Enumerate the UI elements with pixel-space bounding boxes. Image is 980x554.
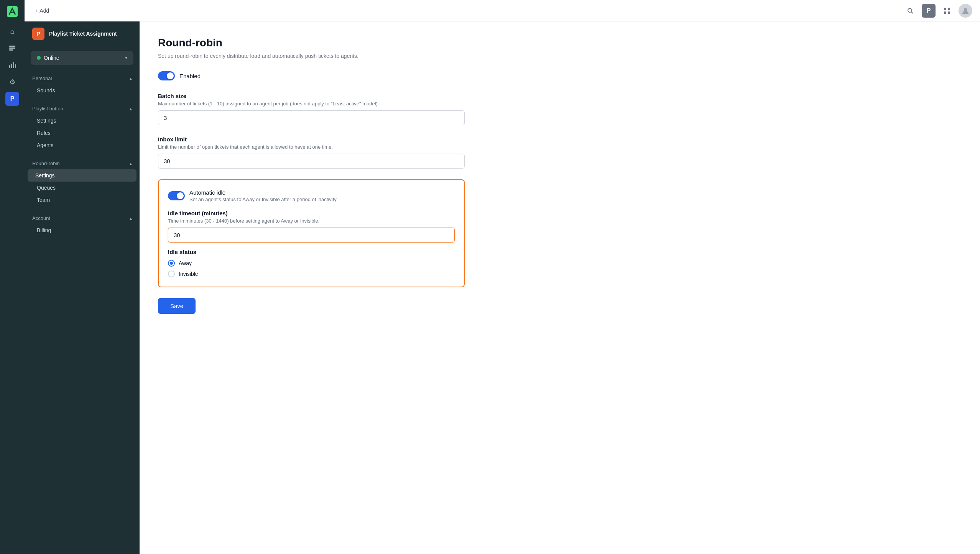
sidebar-item-agents[interactable]: Agents: [25, 139, 140, 151]
round-robin-section-header[interactable]: Round-robin ▴: [25, 157, 140, 169]
playlist-header-icon: P: [32, 28, 44, 40]
batch-size-section: Batch size Max number of tickets (1 - 10…: [158, 93, 962, 125]
sidebar-item-team[interactable]: Team: [25, 194, 140, 206]
playlist-rail-icon[interactable]: P: [5, 92, 19, 106]
account-section-title: Account: [32, 215, 50, 221]
status-chevron-icon: ▾: [125, 55, 127, 61]
idle-timeout-title: Idle timeout (minutes): [168, 210, 455, 216]
batch-size-title: Batch size: [158, 93, 962, 99]
idle-timeout-section: Idle timeout (minutes) Time in minutes (…: [168, 210, 455, 243]
batch-size-desc: Max number of tickets (1 - 10) assigned …: [158, 101, 962, 107]
search-button[interactable]: [903, 4, 917, 18]
status-label: Online: [44, 55, 59, 61]
playlist-button-section-title: Playlist button: [32, 106, 63, 111]
batch-size-input[interactable]: [158, 110, 465, 125]
account-section-header[interactable]: Account ▴: [25, 212, 140, 224]
page-subtitle: Set up round-robin to evenly distribute …: [158, 53, 962, 59]
sidebar-item-rr-settings[interactable]: Settings: [28, 169, 136, 182]
inbox-limit-input[interactable]: [158, 154, 465, 169]
automatic-idle-card: Automatic idle Set an agent's status to …: [158, 179, 465, 287]
sidebar-section-round-robin: Round-robin ▴ Settings Queues Team: [25, 154, 140, 209]
svg-rect-12: [944, 11, 946, 14]
status-selector[interactable]: Online ▾: [31, 51, 133, 65]
sidebar: P Playlist Ticket Assignment Online ▾ Pe…: [25, 21, 140, 554]
header-icons: P: [903, 4, 972, 18]
sidebar-section-playlist-button: Playlist button ▴ Settings Rules Agents: [25, 100, 140, 154]
auto-idle-toggle[interactable]: [168, 191, 185, 200]
icon-rail: ⌂ ⚙ P: [0, 0, 25, 554]
account-chevron-icon: ▴: [130, 216, 132, 221]
auto-idle-toggle-label: Automatic idle: [189, 189, 337, 196]
personal-chevron-icon: ▴: [130, 76, 132, 81]
user-avatar[interactable]: [959, 4, 972, 18]
sidebar-header-title: Playlist Ticket Assignment: [49, 31, 117, 37]
sidebar-header: P Playlist Ticket Assignment: [25, 21, 140, 46]
round-robin-chevron-icon: ▴: [130, 161, 132, 166]
radio-item-invisible[interactable]: Invisible: [168, 270, 455, 277]
idle-status-title: Idle status: [168, 249, 455, 255]
sidebar-item-sounds[interactable]: Sounds: [25, 84, 140, 97]
round-robin-section-title: Round-robin: [32, 161, 60, 166]
auto-idle-toggle-row: Automatic idle Set an agent's status to …: [168, 189, 455, 202]
svg-rect-10: [944, 8, 946, 10]
svg-rect-7: [15, 64, 16, 68]
svg-rect-3: [9, 49, 13, 51]
settings-icon[interactable]: ⚙: [5, 75, 19, 89]
save-area: Save: [158, 298, 962, 314]
playlist-button-section-header[interactable]: Playlist button ▴: [25, 103, 140, 115]
app-logo[interactable]: [5, 5, 19, 18]
radio-label-invisible: Invisible: [179, 271, 198, 277]
svg-rect-4: [9, 65, 10, 68]
inbox-limit-title: Inbox limit: [158, 136, 962, 143]
radio-label-away: Away: [179, 260, 192, 266]
idle-timeout-input[interactable]: [168, 228, 455, 243]
idle-timeout-desc: Time in minutes (30 - 1440) before setti…: [168, 218, 455, 224]
idle-status-section: Idle status Away Invisible: [168, 249, 455, 277]
sidebar-section-personal: Personal ▴ Sounds: [25, 69, 140, 100]
svg-rect-5: [11, 64, 12, 68]
main-content: Round-robin Set up round-robin to evenly…: [140, 21, 980, 554]
sidebar-item-rules[interactable]: Rules: [25, 127, 140, 139]
tickets-icon[interactable]: [5, 41, 19, 55]
enabled-toggle-label: Enabled: [179, 73, 201, 79]
personal-section-header[interactable]: Personal ▴: [25, 72, 140, 84]
grid-icon-button[interactable]: [940, 4, 954, 18]
add-button[interactable]: + Add: [32, 6, 52, 15]
sidebar-item-playlist-settings[interactable]: Settings: [25, 115, 140, 127]
auto-idle-desc: Set an agent's status to Away or Invisib…: [189, 197, 337, 202]
personal-section-title: Personal: [32, 75, 52, 81]
svg-rect-13: [948, 11, 950, 14]
playlist-button-chevron-icon: ▴: [130, 106, 132, 111]
sidebar-item-billing[interactable]: Billing: [25, 224, 140, 236]
reports-icon[interactable]: [5, 58, 19, 72]
radio-circle-away: [168, 260, 175, 267]
svg-rect-6: [13, 62, 14, 68]
svg-rect-1: [9, 46, 15, 47]
svg-rect-2: [9, 48, 15, 49]
page-title: Round-robin: [158, 37, 962, 49]
svg-line-9: [911, 12, 913, 13]
enabled-toggle-row: Enabled: [158, 71, 962, 80]
p-icon-button[interactable]: P: [922, 4, 936, 18]
sidebar-item-queues[interactable]: Queues: [25, 182, 140, 194]
svg-rect-11: [948, 8, 950, 10]
sidebar-section-account: Account ▴ Billing: [25, 209, 140, 239]
save-button[interactable]: Save: [158, 298, 196, 314]
top-header: + Add P: [25, 0, 980, 21]
inbox-limit-desc: Limit the number of open tickets that ea…: [158, 144, 962, 150]
svg-point-14: [964, 8, 967, 11]
home-icon[interactable]: ⌂: [5, 25, 19, 38]
enabled-toggle[interactable]: [158, 71, 175, 80]
inbox-limit-section: Inbox limit Limit the number of open tic…: [158, 136, 962, 169]
add-label: + Add: [35, 8, 49, 14]
radio-item-away[interactable]: Away: [168, 260, 455, 267]
status-dot: [37, 56, 41, 60]
svg-point-8: [908, 8, 912, 12]
idle-status-radio-group: Away Invisible: [168, 260, 455, 277]
radio-circle-invisible: [168, 270, 175, 277]
